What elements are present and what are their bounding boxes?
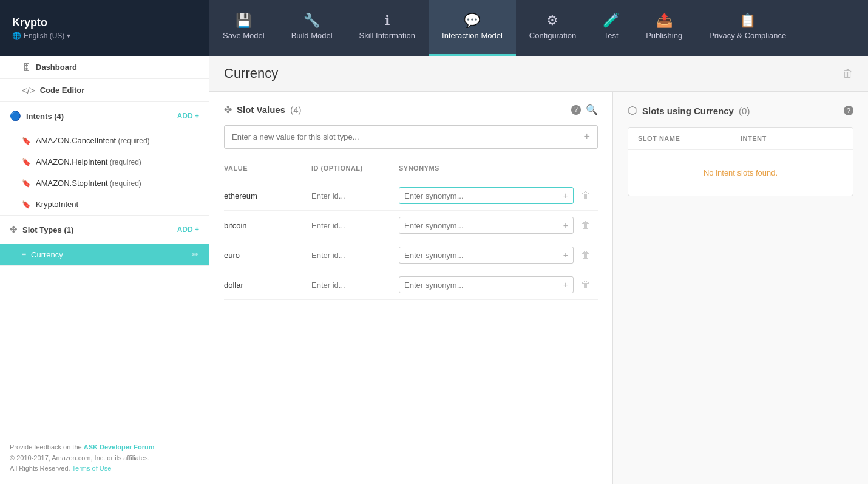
slot-id-input-2[interactable] <box>311 251 399 260</box>
build-model-icon: 🔧 <box>303 14 320 27</box>
slot-value-text: euro <box>224 251 311 260</box>
brand: Krypto 🌐 English (US) ▾ <box>0 0 209 56</box>
nav-item-interaction-model[interactable]: 💬Interaction Model <box>429 0 516 56</box>
nav-item-configuration[interactable]: ⚙Configuration <box>516 0 589 56</box>
build-model-label: Build Model <box>291 31 333 40</box>
slots-using-header: ⬡ Slots using Currency (0) ? <box>628 104 853 117</box>
slot-synonym-add-button-3[interactable]: + <box>563 280 568 290</box>
sidebar-section-slot-types: ✤ Slot Types (1) ADD + ≡Currency✏ <box>0 216 209 266</box>
slot-synonym-add-button-0[interactable]: + <box>563 191 568 200</box>
intents-title: Intents (4) <box>26 112 172 121</box>
sidebar-item-intent-2[interactable]: 🔖AMAZON.StopIntent (required) <box>0 172 209 194</box>
intent-label: KryptoIntent <box>36 200 199 209</box>
table-row: ethereum + 🗑 <box>224 181 598 211</box>
slot-value-text: bitcoin <box>224 221 311 230</box>
skill-information-icon: ℹ <box>385 14 390 27</box>
slot-synonym-container-1: + <box>399 217 574 234</box>
dashboard-icon: 🎛 <box>22 62 31 72</box>
nav-item-privacy-compliance[interactable]: 📋Privacy & Compliance <box>696 0 799 56</box>
slot-synonym-container-3: + <box>399 276 574 293</box>
intent-bookmark-icon: 🔖 <box>22 158 31 166</box>
sidebar-item-slot-type-0[interactable]: ≡Currency✏ <box>0 244 209 265</box>
brand-language: 🌐 English (US) ▾ <box>12 32 197 40</box>
nav-item-test[interactable]: 🧪Test <box>589 0 632 56</box>
privacy-compliance-label: Privacy & Compliance <box>709 31 786 40</box>
terms-of-use-link[interactable]: Terms of Use <box>72 465 112 472</box>
slot-synonym-input-3[interactable] <box>404 281 563 290</box>
slot-synonym-add-button-2[interactable]: + <box>563 250 568 260</box>
slot-type-list-icon: ≡ <box>22 250 26 259</box>
privacy-compliance-icon: 📋 <box>739 14 756 27</box>
slot-types-title: Slot Types (1) <box>22 225 172 234</box>
intent-required-label: (required) <box>116 137 149 145</box>
sidebar-item-code-editor[interactable]: </> Code Editor <box>0 79 209 101</box>
slot-types-list: ≡Currency✏ <box>0 244 209 265</box>
slot-values-search-button[interactable]: 🔍 <box>586 104 598 115</box>
intents-add-button[interactable]: ADD + <box>177 112 199 120</box>
delete-slot-type-button[interactable]: 🗑 <box>843 67 853 80</box>
slot-values-header: ✤ Slot Values (4) ? 🔍 <box>224 104 598 115</box>
add-slot-value-button[interactable]: + <box>583 131 590 143</box>
slot-row-delete-button-1[interactable]: 🗑 <box>574 220 598 231</box>
save-model-label: Save Model <box>223 31 265 40</box>
intent-label: AMAZON.CancelIntent (required) <box>36 136 199 145</box>
slot-synonym-input-1[interactable] <box>404 221 563 230</box>
slot-values-icon: ✤ <box>224 104 232 115</box>
slot-type-edit-icon[interactable]: ✏ <box>192 250 199 259</box>
interaction-model-icon: 💬 <box>464 14 480 27</box>
brand-name: Krypto <box>12 16 197 29</box>
test-label: Test <box>604 31 619 40</box>
intents-icon: 🔵 <box>10 111 21 121</box>
slot-types-icon: ✤ <box>10 224 18 235</box>
slot-id-input-3[interactable] <box>311 281 399 290</box>
sidebar-item-intent-1[interactable]: 🔖AMAZON.HelpIntent (required) <box>0 151 209 172</box>
code-icon: </> <box>22 85 35 95</box>
intent-required-label: (required) <box>108 158 141 166</box>
chevron-down-icon[interactable]: ▾ <box>67 32 70 40</box>
intents-list: 🔖AMAZON.CancelIntent (required)🔖AMAZON.H… <box>0 130 209 215</box>
slot-row-delete-button-0[interactable]: 🗑 <box>574 190 598 201</box>
slot-row-delete-button-2[interactable]: 🗑 <box>574 250 598 261</box>
skill-information-label: Skill Information <box>359 31 415 40</box>
page-title: Currency <box>224 66 843 81</box>
sidebar-section-dashboard: 🎛 Dashboard <box>0 56 209 79</box>
slot-row-delete-button-3[interactable]: 🗑 <box>574 279 598 290</box>
slot-synonym-container-0: + <box>399 187 574 204</box>
content-header: Currency 🗑 <box>209 56 868 92</box>
sidebar-item-dashboard[interactable]: 🎛 Dashboard <box>0 56 209 78</box>
intent-label: AMAZON.StopIntent (required) <box>36 179 199 188</box>
table-row: dollar + 🗑 <box>224 270 598 300</box>
slots-using-icon: ⬡ <box>628 104 637 117</box>
nav-item-skill-information[interactable]: ℹSkill Information <box>346 0 429 56</box>
sidebar: 🎛 Dashboard </> Code Editor 🔵 Intents (4… <box>0 56 209 484</box>
main-content: Currency 🗑 ✤ Slot Values (4) ? 🔍 + <box>209 56 868 484</box>
slots-using-help-icon[interactable]: ? <box>844 106 853 115</box>
new-slot-value-input[interactable] <box>232 132 583 141</box>
sidebar-footer: Provide feedback on the ASK Developer Fo… <box>0 432 209 484</box>
configuration-icon: ⚙ <box>546 14 558 27</box>
slot-id-input-1[interactable] <box>311 221 399 230</box>
sidebar-item-intent-0[interactable]: 🔖AMAZON.CancelIntent (required) <box>0 130 209 151</box>
publishing-icon: 📤 <box>656 14 673 27</box>
ask-developer-forum-link[interactable]: ASK Developer Forum <box>84 443 155 451</box>
intent-required-label: (required) <box>108 179 141 188</box>
sidebar-section-code-editor: </> Code Editor <box>0 79 209 102</box>
sidebar-item-intent-3[interactable]: 🔖KryptoIntent <box>0 194 209 215</box>
slot-types-add-button[interactable]: ADD + <box>177 225 199 234</box>
intent-bookmark-icon: 🔖 <box>22 179 31 188</box>
nav-item-publishing[interactable]: 📤Publishing <box>632 0 696 56</box>
slot-values-panel: ✤ Slot Values (4) ? 🔍 + VALUE ID (OPTION… <box>209 92 613 484</box>
slot-synonym-input-2[interactable] <box>404 251 563 260</box>
publishing-label: Publishing <box>646 31 682 40</box>
slot-synonym-input-0[interactable] <box>404 191 563 200</box>
slot-id-input-0[interactable] <box>311 191 399 200</box>
intent-label: AMAZON.HelpIntent (required) <box>36 157 199 166</box>
slots-table-header: SLOT NAME INTENT <box>628 128 853 150</box>
slot-synonym-add-button-1[interactable]: + <box>563 220 568 230</box>
nav-item-save-model[interactable]: 💾Save Model <box>209 0 278 56</box>
intent-bookmark-icon: 🔖 <box>22 200 31 209</box>
slots-table: SLOT NAME INTENT No intent slots found. <box>628 127 853 196</box>
slot-values-title: Slot Values (4) <box>237 104 566 115</box>
nav-item-build-model[interactable]: 🔧Build Model <box>278 0 346 56</box>
slot-values-help-icon[interactable]: ? <box>571 105 581 115</box>
